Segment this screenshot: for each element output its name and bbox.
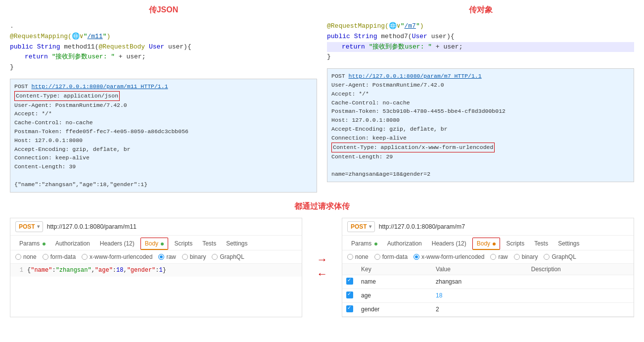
tab-settings-right-label: Settings xyxy=(558,240,579,247)
tab-body-right-label: Body xyxy=(477,240,490,247)
left-url-input[interactable] xyxy=(47,223,297,230)
radio-raw-left[interactable]: raw xyxy=(158,253,176,260)
row3-check[interactable] xyxy=(342,302,357,316)
http-line-ua: User-Agent: PostmanRuntime/7.42.0 xyxy=(14,101,313,110)
r-code-line-return: return "接收到参数user: " + user; xyxy=(327,42,634,52)
tab-scripts-right[interactable]: Scripts xyxy=(502,238,528,249)
tab-scripts-left[interactable]: Scripts xyxy=(170,238,196,249)
tab-tests-left[interactable]: Tests xyxy=(198,238,220,249)
r-http-line-connection: Connection: keep-alive xyxy=(331,134,630,143)
http-line-cache: Cache-Control: no-cache xyxy=(14,118,313,127)
tab-params-left-label: Params xyxy=(19,240,40,247)
r-http-line-1: POST http://127.0.0.1:8080/param/m7 HTTP… xyxy=(331,72,630,81)
radio-none-left-label: none xyxy=(23,253,37,260)
right-method-label: POST xyxy=(351,223,367,230)
right-method-select[interactable]: POST ▾ xyxy=(347,221,375,232)
left-title: 传JSON xyxy=(10,5,317,15)
tab-body-right[interactable]: Body xyxy=(472,238,501,250)
left-method-select[interactable]: POST ▾ xyxy=(15,221,43,232)
tab-params-left[interactable]: Params xyxy=(15,238,49,249)
radio-urlencoded-left-label: x-www-form-urlencoded xyxy=(90,253,152,260)
tab-tests-right-label: Tests xyxy=(534,240,548,247)
code-line-brace: } xyxy=(10,62,317,73)
radio-graphql-right[interactable]: GraphQL xyxy=(544,253,576,260)
tab-params-right[interactable]: Params xyxy=(347,238,381,249)
radio-binary-right[interactable]: binary xyxy=(514,253,538,260)
radio-raw-left-circle xyxy=(158,254,164,260)
r-http-line-content-type: Content-Type: application/x-www-form-url… xyxy=(331,143,630,152)
tab-authorization-left[interactable]: Authorization xyxy=(51,238,94,249)
code-line-ann: @RequestMapping(🌐∨"/m11") xyxy=(10,32,317,42)
row3-key[interactable]: gender xyxy=(357,302,432,316)
radio-binary-left-label: binary xyxy=(190,253,206,260)
tab-tests-left-label: Tests xyxy=(202,240,216,247)
col-check xyxy=(342,264,357,275)
r-http-line-host: Host: 127.0.0.1:8080 xyxy=(331,116,630,125)
table-row: age 18 xyxy=(342,289,634,302)
middle-label: 都通过请求体传 xyxy=(10,201,634,212)
bottom-section: POST ▾ Params Authorization Headers (12) xyxy=(10,218,634,317)
left-code-block: . @RequestMapping(🌐∨"/m11") public Strin… xyxy=(10,19,317,75)
checkbox-icon xyxy=(346,305,353,312)
radio-formdata-right[interactable]: form-data xyxy=(374,253,408,260)
radio-none-left[interactable]: none xyxy=(15,253,37,260)
tab-settings-right[interactable]: Settings xyxy=(554,238,583,249)
right-code-column: 传对象 @RequestMapping(🌐∨"/m7") public Stri… xyxy=(327,5,634,193)
radio-formdata-left[interactable]: form-data xyxy=(43,253,76,260)
tab-tests-right[interactable]: Tests xyxy=(530,238,552,249)
body-dot-left xyxy=(161,243,164,245)
tab-body-left-label: Body xyxy=(145,240,158,247)
http-line-accept: Accept: */* xyxy=(14,109,313,118)
radio-urlencoded-right-circle xyxy=(414,254,419,260)
arrow-left-icon: ← xyxy=(319,268,325,281)
row2-value[interactable]: 18 xyxy=(432,289,527,302)
kv-table-right: Key Value Description name zhangsan age xyxy=(342,264,634,317)
tab-settings-left[interactable]: Settings xyxy=(222,238,251,249)
table-row: gender 2 xyxy=(342,302,634,316)
radio-graphql-right-circle xyxy=(544,254,550,260)
radio-urlencoded-left[interactable]: x-www-form-urlencoded xyxy=(82,253,152,260)
radio-graphql-left-circle xyxy=(212,254,218,260)
http-line-body: {"name":"zhangsan","age":18,"gender":1} xyxy=(14,180,313,189)
radio-raw-right[interactable]: raw xyxy=(490,253,507,260)
r-http-line-encoding: Accept-Encoding: gzip, deflate, br xyxy=(331,125,630,134)
row3-value[interactable]: 2 xyxy=(432,302,527,316)
r-http-line-accept: Accept: */* xyxy=(331,90,630,98)
radio-graphql-left[interactable]: GraphQL xyxy=(212,253,244,260)
http-line-host: Host: 127.0.0.1:8080 xyxy=(14,136,313,145)
row1-key[interactable]: name xyxy=(357,275,432,289)
radio-graphql-right-label: GraphQL xyxy=(552,253,576,260)
arrow-right-icon: → xyxy=(319,254,325,266)
radio-none-right[interactable]: none xyxy=(347,253,368,260)
tab-headers-right[interactable]: Headers (12) xyxy=(428,238,470,249)
left-http-box: POST http://127.0.0.1:8080/param/m11 HTT… xyxy=(10,79,317,193)
left-radio-row: none form-data x-www-form-urlencoded raw… xyxy=(10,250,302,264)
radio-binary-left[interactable]: binary xyxy=(182,253,206,260)
right-tabs-row: Params Authorization Headers (12) Body S… xyxy=(342,236,634,250)
r-http-line-blank xyxy=(331,161,630,170)
right-url-bar: POST ▾ xyxy=(342,218,634,236)
row1-check[interactable] xyxy=(342,275,357,289)
row2-desc[interactable] xyxy=(527,289,634,302)
radio-raw-left-label: raw xyxy=(166,253,176,260)
row1-value[interactable]: zhangsan xyxy=(432,275,527,289)
body-dot-right xyxy=(493,243,496,245)
params-dot-right xyxy=(374,243,377,245)
row2-check[interactable] xyxy=(342,289,357,302)
row1-desc[interactable] xyxy=(527,275,634,289)
row3-desc[interactable] xyxy=(527,302,634,316)
radio-formdata-left-label: form-data xyxy=(50,253,76,260)
tab-headers-right-label: Headers (12) xyxy=(432,240,466,247)
left-tabs-row: Params Authorization Headers (12) Body S… xyxy=(10,236,302,250)
radio-urlencoded-right[interactable]: x-www-form-urlencoded xyxy=(414,253,484,260)
tab-headers-left[interactable]: Headers (12) xyxy=(96,238,138,249)
right-url-input[interactable] xyxy=(379,223,629,230)
row2-key[interactable]: age xyxy=(357,289,432,302)
radio-none-right-label: none xyxy=(355,253,368,260)
r-http-line-ua: User-Agent: PostmanRuntime/7.42.0 xyxy=(331,81,630,90)
radio-none-right-circle xyxy=(347,254,353,260)
r-code-line-pub: public String method7(User user){ xyxy=(327,32,634,42)
tab-body-left[interactable]: Body xyxy=(140,238,169,250)
right-http-box: POST http://127.0.0.1:8080/param/m7 HTTP… xyxy=(327,68,634,182)
tab-authorization-right[interactable]: Authorization xyxy=(383,238,426,249)
